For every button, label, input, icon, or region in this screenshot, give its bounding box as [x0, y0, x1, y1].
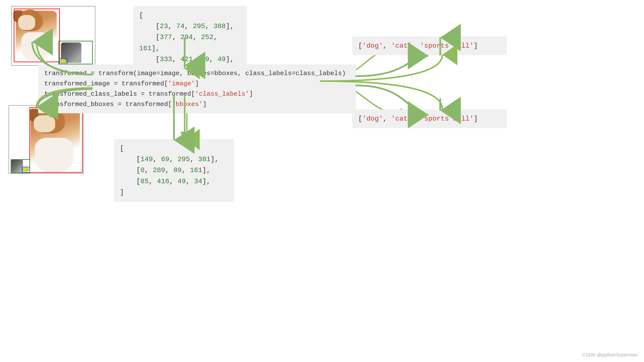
main-code-block: transformed = transform(image=image, bbo… — [38, 64, 356, 113]
bbox-before-open: [ — [139, 11, 143, 19]
image-after — [8, 105, 84, 174]
labels-before-block: ['dog', 'cat', 'sports ball'] — [352, 36, 507, 55]
watermark: CSDN @pythonSuperman — [582, 352, 638, 358]
labels-after-block: ['dog', 'cat', 'sports ball'] — [352, 109, 507, 128]
image-before — [11, 6, 95, 66]
bbox-after-block: [ [149, 69, 295, 381], [0, 289, 89, 161]… — [114, 139, 234, 202]
